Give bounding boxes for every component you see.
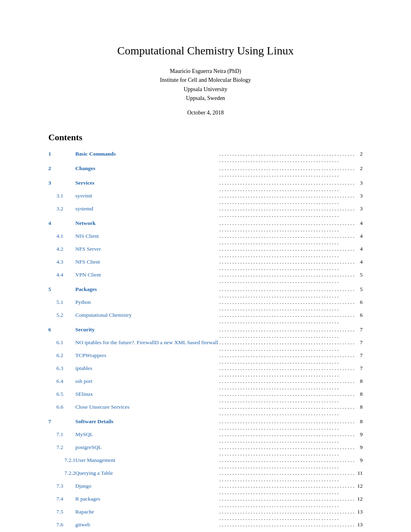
- author-institute: Institute for Cell and Molecular Biology: [48, 76, 363, 85]
- toc-num: 1: [48, 151, 75, 164]
- toc-dots: . . . . . . . . . . . . . . . . . . . . …: [218, 365, 357, 378]
- toc-dots: . . . . . . . . . . . . . . . . . . . . …: [218, 151, 357, 164]
- toc-row[interactable]: 2Changes . . . . . . . . . . . . . . . .…: [48, 164, 363, 178]
- toc-dots: . . . . . . . . . . . . . . . . . . . . …: [218, 233, 357, 246]
- toc-page: 4: [357, 246, 363, 259]
- toc-dots: . . . . . . . . . . . . . . . . . . . . …: [218, 391, 357, 404]
- toc-row[interactable]: 4.4VPN Client . . . . . . . . . . . . . …: [48, 272, 363, 285]
- toc-page: 8: [357, 391, 363, 404]
- toc-row[interactable]: 5.1Python . . . . . . . . . . . . . . . …: [48, 299, 363, 312]
- toc-row[interactable]: 7.1MySQL . . . . . . . . . . . . . . . .…: [48, 431, 363, 444]
- toc-row[interactable]: 5Packages . . . . . . . . . . . . . . . …: [48, 285, 363, 299]
- toc-num: 4.4: [48, 272, 75, 285]
- toc-label: sysvinit: [75, 193, 218, 206]
- toc-row[interactable]: 6.3iptables . . . . . . . . . . . . . . …: [48, 365, 363, 378]
- toc-page: 4: [357, 233, 363, 246]
- toc-dots: . . . . . . . . . . . . . . . . . . . . …: [218, 483, 357, 496]
- toc-row[interactable]: 3.2systemd . . . . . . . . . . . . . . .…: [48, 206, 363, 218]
- toc-label: gitweb: [75, 522, 218, 532]
- toc-page: 3: [357, 206, 363, 218]
- toc-row[interactable]: 4.1NIS Client . . . . . . . . . . . . . …: [48, 233, 363, 246]
- toc-page: 6: [357, 299, 363, 312]
- toc-row[interactable]: 1Basic Commands . . . . . . . . . . . . …: [48, 151, 363, 164]
- author-block: Mauricio Esguerra Neira (PhD) Institute …: [48, 67, 363, 103]
- toc-page: 9: [357, 457, 363, 470]
- toc-row[interactable]: 7.2.2Querying a Table . . . . . . . . . …: [48, 470, 363, 483]
- toc-num: 7.3: [48, 483, 75, 496]
- toc-num: 6.4: [48, 378, 75, 391]
- toc-page: 13: [357, 509, 363, 522]
- toc-dots: . . . . . . . . . . . . . . . . . . . . …: [218, 352, 357, 365]
- toc-row[interactable]: 4.3NFS Client . . . . . . . . . . . . . …: [48, 259, 363, 272]
- toc-dots: . . . . . . . . . . . . . . . . . . . . …: [218, 339, 357, 352]
- toc-dots: . . . . . . . . . . . . . . . . . . . . …: [218, 285, 357, 299]
- toc-row[interactable]: 3Services . . . . . . . . . . . . . . . …: [48, 178, 363, 193]
- toc-row[interactable]: 6.6Close Unsecure Services . . . . . . .…: [48, 404, 363, 417]
- toc-num: 4.3: [48, 259, 75, 272]
- toc-label: Django: [75, 483, 218, 496]
- toc-dots: . . . . . . . . . . . . . . . . . . . . …: [218, 522, 357, 532]
- toc-label: R packages: [75, 496, 218, 509]
- toc-label: Python: [75, 299, 218, 312]
- toc-row[interactable]: 7.4R packages . . . . . . . . . . . . . …: [48, 496, 363, 509]
- toc-row[interactable]: 4Network . . . . . . . . . . . . . . . .…: [48, 218, 363, 233]
- toc-label: Basic Commands: [75, 151, 218, 164]
- toc-label: MySQL: [75, 431, 218, 444]
- toc-page: 7: [357, 365, 363, 378]
- toc-row[interactable]: 6Security . . . . . . . . . . . . . . . …: [48, 325, 363, 339]
- toc-row[interactable]: 3.1sysvinit . . . . . . . . . . . . . . …: [48, 193, 363, 206]
- toc-label: Rapache: [75, 509, 218, 522]
- author-location: Uppsala, Sweden: [48, 94, 363, 103]
- toc-page: 7: [357, 325, 363, 339]
- toc-label: NO iptables for the future?. FirewallD a…: [75, 339, 218, 352]
- toc-num: 4: [48, 218, 75, 233]
- toc-row[interactable]: 5.2Computational Chemistry . . . . . . .…: [48, 312, 363, 325]
- toc-label: Close Unsecure Services: [75, 404, 218, 417]
- toc-label: User Management: [75, 457, 218, 470]
- toc-label: TCPWrappers: [75, 352, 218, 365]
- toc-num: 6.1: [48, 339, 75, 352]
- toc-num: 7.2.1: [48, 457, 75, 470]
- toc-num: 6.5: [48, 391, 75, 404]
- toc-label: NFS Client: [75, 259, 218, 272]
- toc-dots: . . . . . . . . . . . . . . . . . . . . …: [218, 431, 357, 444]
- toc-dots: . . . . . . . . . . . . . . . . . . . . …: [218, 193, 357, 206]
- toc-num: 6.2: [48, 352, 75, 365]
- toc-label: Changes: [75, 164, 218, 178]
- toc-dots: . . . . . . . . . . . . . . . . . . . . …: [218, 417, 357, 431]
- toc-label: Computational Chemistry: [75, 312, 218, 325]
- toc-dots: . . . . . . . . . . . . . . . . . . . . …: [218, 325, 357, 339]
- toc-dots: . . . . . . . . . . . . . . . . . . . . …: [218, 218, 357, 233]
- toc-row[interactable]: 7.6gitweb . . . . . . . . . . . . . . . …: [48, 522, 363, 532]
- toc-page: 8: [357, 417, 363, 431]
- author-university: Uppsala University: [48, 85, 363, 94]
- toc-row[interactable]: 7.3Django . . . . . . . . . . . . . . . …: [48, 483, 363, 496]
- toc-num: 4.1: [48, 233, 75, 246]
- page-title: Computational Chemistry Using Linux: [48, 44, 363, 57]
- toc-num: 6.3: [48, 365, 75, 378]
- toc-page: 2: [357, 151, 363, 164]
- toc-label: Querying a Table: [75, 470, 218, 483]
- toc-page: 12: [357, 496, 363, 509]
- toc-row[interactable]: 6.4ssh port . . . . . . . . . . . . . . …: [48, 378, 363, 391]
- toc-page: 9: [357, 444, 363, 457]
- toc-num: 3.2: [48, 206, 75, 218]
- toc-row[interactable]: 7Software Details . . . . . . . . . . . …: [48, 417, 363, 431]
- toc-row[interactable]: 6.5SElinux . . . . . . . . . . . . . . .…: [48, 391, 363, 404]
- toc-row[interactable]: 4.2NFS Server . . . . . . . . . . . . . …: [48, 246, 363, 259]
- toc-dots: . . . . . . . . . . . . . . . . . . . . …: [218, 259, 357, 272]
- document-date: October 4, 2018: [48, 110, 363, 116]
- toc-label: Software Details: [75, 417, 218, 431]
- toc-num: 7.6: [48, 522, 75, 532]
- toc-label: NFS Server: [75, 246, 218, 259]
- toc-row[interactable]: 6.1NO iptables for the future?. Firewall…: [48, 339, 363, 352]
- toc-dots: . . . . . . . . . . . . . . . . . . . . …: [218, 312, 357, 325]
- toc-dots: . . . . . . . . . . . . . . . . . . . . …: [218, 246, 357, 259]
- toc-row[interactable]: 7.2postgreSQL . . . . . . . . . . . . . …: [48, 444, 363, 457]
- toc-row[interactable]: 7.2.1User Management . . . . . . . . . .…: [48, 457, 363, 470]
- toc-label: VPN Client: [75, 272, 218, 285]
- toc-num: 7.5: [48, 509, 75, 522]
- toc-page: 6: [357, 312, 363, 325]
- toc-row[interactable]: 7.5Rapache . . . . . . . . . . . . . . .…: [48, 509, 363, 522]
- toc-row[interactable]: 6.2TCPWrappers . . . . . . . . . . . . .…: [48, 352, 363, 365]
